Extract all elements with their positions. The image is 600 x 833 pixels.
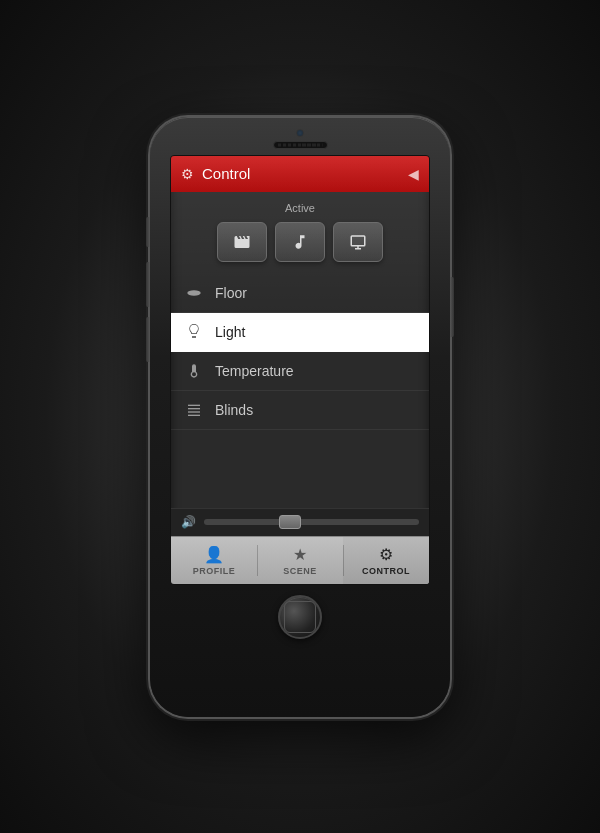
volume-down-button[interactable]	[146, 317, 150, 362]
temperature-icon	[185, 362, 203, 380]
video-button[interactable]	[217, 222, 267, 262]
menu-item-light[interactable]: Light	[171, 313, 429, 352]
svg-rect-1	[188, 404, 200, 405]
mute-button[interactable]	[146, 217, 150, 247]
temperature-label: Temperature	[215, 363, 294, 379]
volume-icon: 🔊	[181, 515, 196, 529]
tab-scene[interactable]: ★ SCENE	[257, 537, 343, 584]
menu-item-temperature[interactable]: Temperature	[171, 352, 429, 391]
volume-track[interactable]	[204, 519, 419, 525]
tab-control[interactable]: ⚙ CONTROL	[343, 537, 429, 584]
tab-profile[interactable]: 👤 PROFILE	[171, 537, 257, 584]
menu-list: Floor Light Temperature	[171, 274, 429, 430]
blinds-label: Blinds	[215, 402, 253, 418]
menu-item-floor[interactable]: Floor	[171, 274, 429, 313]
scene-tab-label: SCENE	[283, 566, 317, 576]
svg-point-0	[187, 290, 200, 295]
svg-rect-4	[188, 414, 200, 415]
icon-button-row	[171, 222, 429, 274]
screen-button[interactable]	[333, 222, 383, 262]
menu-item-blinds[interactable]: Blinds	[171, 391, 429, 430]
music-icon	[291, 233, 309, 251]
header-bar: ⚙ Control ◀	[171, 156, 429, 192]
light-icon	[185, 323, 203, 341]
profile-tab-label: PROFILE	[193, 566, 236, 576]
back-icon[interactable]: ◀	[408, 166, 419, 182]
svg-rect-2	[188, 408, 200, 409]
screen: ⚙ Control ◀ Active	[170, 155, 430, 585]
floor-icon	[185, 284, 203, 302]
active-label: Active	[171, 192, 429, 222]
music-button[interactable]	[275, 222, 325, 262]
svg-rect-3	[188, 411, 200, 412]
floor-label: Floor	[215, 285, 247, 301]
volume-thumb[interactable]	[279, 515, 301, 529]
profile-icon: 👤	[204, 545, 224, 564]
volume-up-button[interactable]	[146, 262, 150, 307]
camera	[296, 129, 304, 137]
top-bar	[273, 117, 328, 155]
light-label: Light	[215, 324, 245, 340]
power-button[interactable]	[450, 277, 454, 337]
video-icon	[233, 233, 251, 251]
screen-icon	[349, 233, 367, 251]
home-button-inner	[284, 601, 316, 633]
settings-icon[interactable]: ⚙	[181, 166, 194, 182]
phone-frame: ⚙ Control ◀ Active	[150, 117, 450, 717]
tab-bar: 👤 PROFILE ★ SCENE ⚙ CONTROL	[171, 536, 429, 584]
page-title: Control	[202, 165, 408, 182]
home-button[interactable]	[278, 595, 322, 639]
speaker	[273, 141, 328, 149]
scene-icon: ★	[293, 545, 307, 564]
blinds-icon	[185, 401, 203, 419]
control-icon: ⚙	[379, 545, 393, 564]
control-tab-label: CONTROL	[362, 566, 410, 576]
volume-bar: 🔊	[171, 508, 429, 536]
